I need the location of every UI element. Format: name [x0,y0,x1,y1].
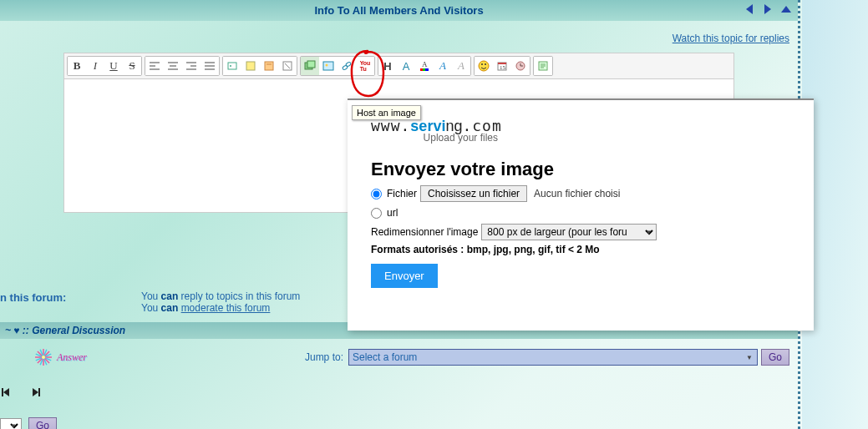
align-justify-button[interactable] [201,57,219,75]
next-page-icon[interactable] [28,386,42,399]
svg-marker-0 [746,4,753,14]
perm-line1-post: reply to topics in this forum [178,290,300,302]
formats-text: Formats autorisés : bmp, jpg, png, gif, … [371,244,790,255]
svg-point-62 [42,356,45,359]
italic-button[interactable]: I [86,57,104,75]
svg-marker-2 [781,6,791,13]
spoiler-button[interactable] [260,57,278,75]
remove-format-button[interactable]: A [452,57,470,75]
radio-file[interactable] [371,189,382,199]
align-right-button[interactable] [182,57,201,75]
perm-line2-can: can [161,302,179,314]
prev-page-icon[interactable] [0,386,13,399]
svg-marker-65 [33,388,38,396]
host-image-button[interactable] [301,57,319,75]
perm-line2-pre: You [141,302,161,314]
svg-point-16 [230,65,231,67]
radio-file-label: Fichier [387,188,417,199]
svg-point-34 [481,63,483,65]
quote-button[interactable] [223,57,241,75]
source-view-button[interactable] [534,57,552,75]
insert-link-button[interactable] [338,57,356,75]
svg-rect-29 [420,68,423,71]
page-title: Info To All Members And Visitors [314,4,483,17]
host-image-tooltip: Host an image [352,105,421,120]
svg-point-26 [342,65,348,70]
underline-button[interactable]: U [104,57,123,75]
svg-rect-31 [425,68,429,71]
svg-text:15: 15 [500,64,506,71]
nav-arrows [743,3,793,18]
perm-line1-pre: You [141,290,161,302]
font-color-button[interactable]: A [415,57,434,75]
jump-go-button[interactable]: Go [761,349,789,366]
svg-rect-18 [265,62,273,70]
svg-rect-24 [323,62,333,70]
svg-rect-64 [2,388,3,396]
answer-label[interactable]: Answer [57,351,87,364]
strike-button[interactable]: S [123,57,141,75]
resize-select[interactable]: 800 px de largeur (pour les foru [481,224,657,240]
nav-prev-icon[interactable] [743,3,756,18]
svg-rect-23 [307,61,315,68]
svg-point-27 [345,62,351,67]
send-button[interactable]: Envoyer [371,264,438,288]
jump-label: Jump to: [305,351,343,363]
watch-topic-link[interactable]: Watch this topic for replies [673,33,789,44]
svg-marker-1 [764,4,771,14]
svg-rect-66 [38,388,40,396]
date-button[interactable]: 15 [493,57,511,75]
svg-point-25 [326,64,328,67]
tiny-select[interactable] [0,418,22,429]
resize-label: Redimensionner l'image [371,226,478,238]
bottom-go-button[interactable]: Go [28,417,57,429]
no-file-text: Aucun fichier choisi [534,188,620,199]
editor-toolbar: B I U S YouTu [63,53,734,79]
svg-rect-17 [246,62,255,70]
svg-rect-15 [228,63,236,69]
font-size-button[interactable]: A [397,57,415,75]
star-icon [33,347,53,367]
svg-text:A: A [422,60,428,68]
jump-select[interactable]: Select a forum [348,349,758,366]
svg-marker-63 [3,388,9,396]
popup-title: Envoyez votre image [371,159,790,180]
emoji-button[interactable] [475,57,493,75]
svg-rect-30 [423,68,425,71]
bold-button[interactable]: B [68,57,86,75]
svg-point-35 [485,63,486,65]
perm-line1-can: can [161,290,179,302]
font-family-button[interactable]: A [434,57,452,75]
moderate-forum-link[interactable]: moderate this forum [181,302,271,314]
url-source-row: url [371,207,790,219]
nav-next-icon[interactable] [761,3,774,18]
align-center-button[interactable] [164,57,182,75]
youtube-button[interactable]: YouTu [356,57,374,75]
svg-point-33 [479,61,489,71]
code-button[interactable] [241,57,260,75]
hidden-button[interactable] [278,57,297,75]
bottom-controls: Go [0,417,57,429]
radio-url-label: url [387,207,398,219]
time-button[interactable] [511,57,530,75]
top-bar: Info To All Members And Visitors [0,0,798,21]
nav-up-icon[interactable] [779,3,793,18]
insert-image-button[interactable] [319,57,338,75]
file-source-row: Fichier Choisissez un fichier Aucun fich… [371,185,790,202]
forum-perm-label: n this forum: [0,291,66,304]
align-left-button[interactable] [145,57,164,75]
bottom-nav-icons [0,386,42,399]
heading-button[interactable]: H [378,57,397,75]
radio-url[interactable] [371,208,382,219]
choose-file-button[interactable]: Choisissez un fichier [420,185,527,202]
resize-row: Redimensionner l'image 800 px de largeur… [371,224,790,240]
host-image-popup: www.serving.com Upload your files Envoye… [348,98,814,331]
answer-row: Answer Jump to: Select a forum Go [0,339,798,367]
